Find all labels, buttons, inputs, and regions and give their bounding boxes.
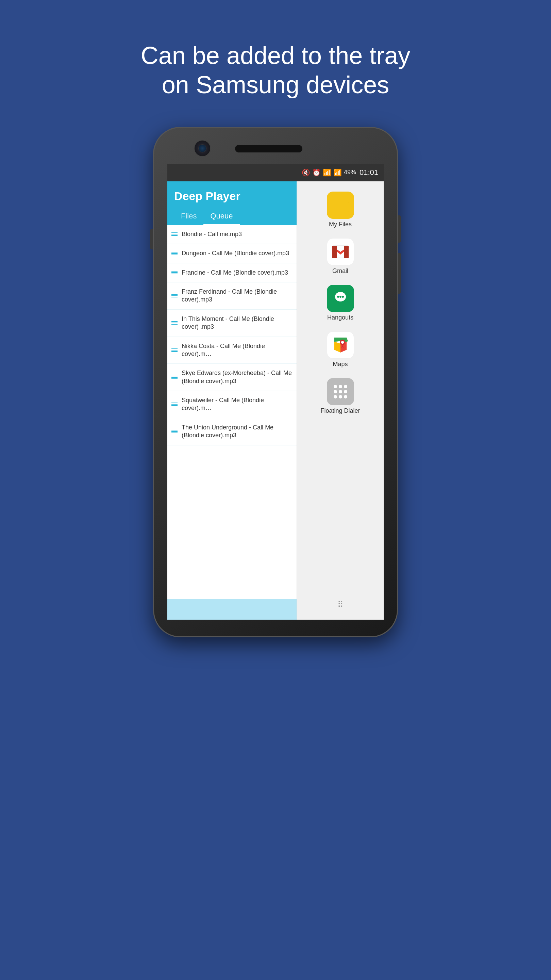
file-item-name: Blondie - Call me.mp3 <box>182 231 242 238</box>
svg-point-8 <box>337 296 339 298</box>
power-button <box>398 215 401 243</box>
dialer-dot <box>333 390 337 393</box>
phone-mockup: 🔇 ⏰ 📶 📶 49% 01:01 Deep Player F <box>153 127 398 773</box>
gmail-icon <box>327 238 354 266</box>
file-item-name: Nikka Costa - Call Me (Blondie cover).m… <box>182 342 292 358</box>
file-item-name: Squatweiler - Call Me (Blondie cover).m… <box>182 396 292 412</box>
app-title: Deep Player <box>174 189 290 208</box>
dialer-dot <box>339 390 342 393</box>
tray-item-maps[interactable]: Maps <box>324 328 357 371</box>
battery-indicator: 49% <box>344 169 356 176</box>
file-item-drag-icon <box>171 430 178 433</box>
folder-svg <box>332 198 349 212</box>
file-item-name: Franz Ferdinand - Call Me (Blondie cover… <box>182 288 292 304</box>
dialer-dot <box>339 395 342 398</box>
hangouts-svg <box>330 288 350 308</box>
wifi-icon: 📶 <box>323 169 331 177</box>
file-item-name: Skye Edwards (ex-Morcheeba) - Call Me (B… <box>182 369 292 385</box>
file-list-item[interactable]: Blondie - Call me.mp3 <box>167 225 297 244</box>
svg-point-12 <box>341 341 344 344</box>
bottom-strip <box>167 599 297 620</box>
floating-dialer-label: Floating Dialer <box>321 407 360 414</box>
file-item-drag-icon <box>171 294 178 298</box>
dialer-dot <box>339 385 342 388</box>
my-files-icon <box>327 192 354 219</box>
file-item-name: The Union Underground - Call Me (Blondie… <box>182 424 292 440</box>
file-item-drag-icon <box>171 271 178 274</box>
phone-speaker <box>235 145 303 153</box>
volume-down-button <box>398 253 401 294</box>
mute-icon: 🔇 <box>302 169 310 177</box>
headline: Can be added to the tray on Samsung devi… <box>107 41 445 100</box>
tray-item-hangouts[interactable]: Hangouts <box>324 282 357 325</box>
hangouts-label: Hangouts <box>327 314 353 321</box>
file-list: Blondie - Call me.mp3Dungeon - Call Me (… <box>167 225 297 620</box>
file-item-drag-icon <box>171 375 178 379</box>
tab-files[interactable]: Files <box>174 208 203 225</box>
tray-item-gmail[interactable]: Gmail <box>324 235 357 278</box>
dialer-dot <box>344 385 347 388</box>
file-item-drag-icon <box>171 321 178 325</box>
file-list-item[interactable]: In This Moment - Call Me (Blondie cover)… <box>167 310 297 337</box>
clock-display: 01:01 <box>359 168 378 177</box>
svg-point-10 <box>342 296 344 298</box>
tray-item-my-files[interactable]: My Files <box>324 188 357 231</box>
dialer-dot <box>344 390 347 393</box>
app-header: Deep Player Files Queue <box>167 181 297 225</box>
svg-rect-5 <box>344 246 349 258</box>
hangouts-icon <box>327 285 354 312</box>
svg-rect-4 <box>332 246 337 258</box>
maps-icon <box>327 331 354 359</box>
file-item-name: In This Moment - Call Me (Blondie cover)… <box>182 315 292 331</box>
file-list-item[interactable]: Dungeon - Call Me (Blondie cover).mp3 <box>167 244 297 263</box>
dialer-dot <box>344 395 347 398</box>
floating-dialer-icon <box>327 378 354 405</box>
screen-content: Deep Player Files Queue Blondie - Ca <box>167 181 384 620</box>
phone-shell: 🔇 ⏰ 📶 📶 49% 01:01 Deep Player F <box>153 127 398 637</box>
tray-item-floating-dialer[interactable]: Floating Dialer <box>317 375 363 418</box>
alarm-icon: ⏰ <box>312 169 321 177</box>
status-icons: 🔇 ⏰ 📶 📶 49% 01:01 <box>302 168 378 177</box>
file-list-item[interactable]: Skye Edwards (ex-Morcheeba) - Call Me (B… <box>167 364 297 391</box>
player-app: Deep Player Files Queue Blondie - Ca <box>167 181 297 620</box>
svg-point-9 <box>340 296 341 298</box>
maps-svg <box>331 335 350 355</box>
file-item-drag-icon <box>171 252 178 255</box>
file-item-drag-icon <box>171 232 178 236</box>
svg-rect-2 <box>332 202 349 212</box>
file-item-drag-icon <box>171 348 178 352</box>
tray-app-drawer-dots[interactable]: ⠿ <box>337 600 343 613</box>
file-list-item[interactable]: Francine - Call Me (Blondie cover).mp3 <box>167 263 297 282</box>
file-list-item[interactable]: Nikka Costa - Call Me (Blondie cover).m… <box>167 337 297 364</box>
status-bar: 🔇 ⏰ 📶 📶 49% 01:01 <box>167 164 384 181</box>
tab-queue[interactable]: Queue <box>203 208 240 225</box>
dialer-dot <box>333 385 337 388</box>
maps-label: Maps <box>333 361 348 368</box>
file-item-name: Francine - Call Me (Blondie cover).mp3 <box>182 269 288 277</box>
file-list-item[interactable]: Squatweiler - Call Me (Blondie cover).m… <box>167 391 297 418</box>
file-item-drag-icon <box>171 402 178 406</box>
samsung-tray: My Files Gmai <box>297 181 384 620</box>
dialer-grid <box>333 385 347 398</box>
dialer-dot <box>333 395 337 398</box>
file-item-name: Dungeon - Call Me (Blondie cover).mp3 <box>182 250 289 257</box>
volume-button <box>150 229 153 250</box>
signal-icon: 📶 <box>333 169 342 177</box>
file-list-item[interactable]: The Union Underground - Call Me (Blondie… <box>167 418 297 445</box>
phone-camera <box>194 140 211 157</box>
app-tabs: Files Queue <box>174 208 290 225</box>
phone-screen: 🔇 ⏰ 📶 📶 49% 01:01 Deep Player F <box>167 164 384 620</box>
my-files-label: My Files <box>329 221 352 228</box>
gmail-label: Gmail <box>332 267 348 275</box>
file-list-item[interactable]: Franz Ferdinand - Call Me (Blondie cover… <box>167 282 297 310</box>
gmail-svg <box>332 245 349 259</box>
